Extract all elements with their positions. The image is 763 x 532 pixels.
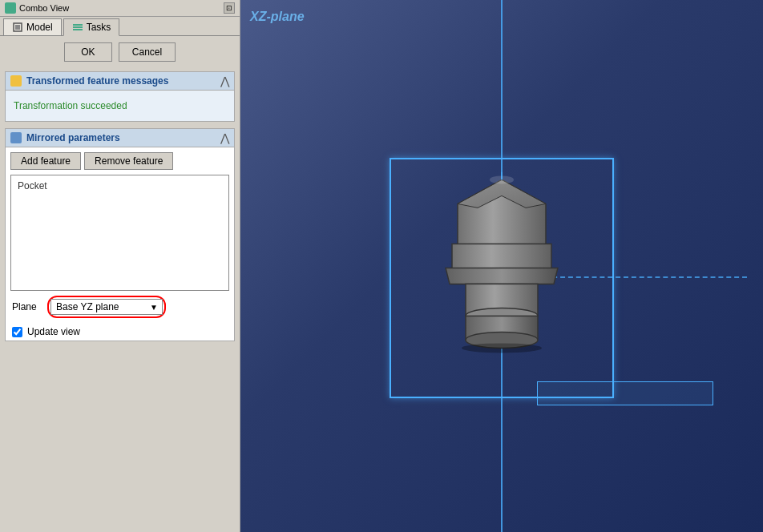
update-view-label: Update view xyxy=(27,326,80,337)
mirrored-collapse-icon[interactable]: ⋀ xyxy=(220,131,229,144)
transformed-section-body: Transformation succeeded xyxy=(6,91,234,121)
plane-row: Plane Base XY plane Base YZ plane Base X… xyxy=(6,291,234,323)
svg-marker-8 xyxy=(446,268,558,284)
feature-list[interactable]: Pocket xyxy=(10,175,229,291)
cancel-button[interactable]: Cancel xyxy=(119,42,176,62)
transformed-section-title: Transformed feature messages xyxy=(26,75,168,87)
plane-label: Plane xyxy=(12,301,41,312)
plane-select-wrapper: Base XY plane Base YZ plane Base XZ plan… xyxy=(47,296,166,318)
transformed-section-icon xyxy=(10,75,22,87)
tab-tasks-label: Tasks xyxy=(87,22,111,33)
combo-view-icon xyxy=(5,2,16,14)
tasks-tab-icon xyxy=(72,22,83,33)
list-item: Pocket xyxy=(14,179,225,193)
model-tab-icon xyxy=(12,22,23,33)
feature-buttons: Add feature Remove feature xyxy=(6,147,234,175)
title-bar: Combo View ⊡ xyxy=(0,0,240,17)
mirrored-section: Mirrored parameters ⋀ Add feature Remove… xyxy=(5,128,235,341)
remove-feature-button[interactable]: Remove feature xyxy=(84,152,173,170)
restore-button[interactable]: ⊡ xyxy=(224,2,235,14)
svg-point-13 xyxy=(462,343,542,353)
mirrored-section-icon xyxy=(10,132,22,143)
transformed-section-header[interactable]: Transformed feature messages ⋀ xyxy=(6,72,234,91)
3d-shape-svg xyxy=(422,171,582,396)
tabs-bar: Model Tasks xyxy=(0,17,240,36)
ok-button[interactable]: OK xyxy=(64,42,112,62)
tab-model-label: Model xyxy=(26,22,53,33)
mirrored-header-left: Mirrored parameters xyxy=(10,132,120,143)
tab-tasks[interactable]: Tasks xyxy=(63,18,120,36)
transformation-status: Transformation succeeded xyxy=(12,97,228,115)
svg-rect-2 xyxy=(73,24,83,26)
transformed-section: Transformed feature messages ⋀ Transform… xyxy=(5,71,235,122)
window-title: Combo View xyxy=(19,3,69,13)
left-panel: Combo View ⊡ Model Tasks OK Cancel xyxy=(0,0,240,532)
svg-rect-3 xyxy=(73,26,83,28)
transformed-collapse-icon[interactable]: ⋀ xyxy=(220,75,229,87)
update-view-checkbox[interactable] xyxy=(12,327,22,337)
svg-rect-1 xyxy=(15,25,20,30)
title-bar-left: Combo View xyxy=(5,2,69,14)
tab-model[interactable]: Model xyxy=(3,18,62,35)
3d-viewport: XZ-plane xyxy=(240,0,763,532)
dialog-buttons: OK Cancel xyxy=(0,36,240,68)
update-view-row: Update view xyxy=(6,323,234,341)
mirrored-section-title: Mirrored parameters xyxy=(26,132,120,143)
add-feature-button[interactable]: Add feature xyxy=(10,152,81,170)
section-header-left: Transformed feature messages xyxy=(10,75,168,87)
plane-select[interactable]: Base XY plane Base YZ plane Base XZ plan… xyxy=(50,299,163,315)
viewport-label: XZ-plane xyxy=(250,10,305,24)
mirrored-section-header[interactable]: Mirrored parameters ⋀ xyxy=(6,129,234,147)
svg-rect-4 xyxy=(73,29,83,30)
